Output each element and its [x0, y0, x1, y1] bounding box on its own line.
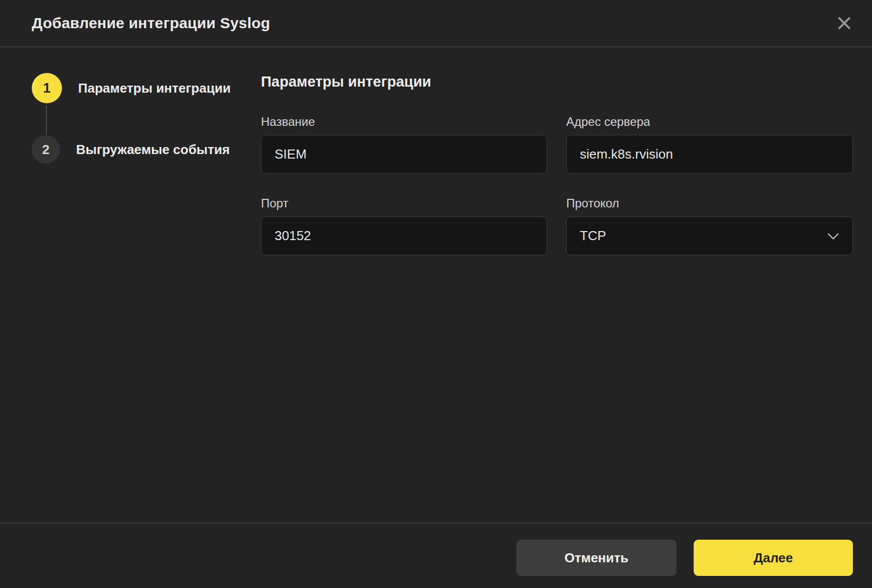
- footer-divider: [0, 523, 872, 524]
- protocol-select[interactable]: TCP: [566, 216, 853, 255]
- add-syslog-integration-dialog: Добавление интеграции Syslog 1 Параметры…: [0, 0, 872, 588]
- step-2-number-badge: 2: [32, 135, 60, 164]
- step-1-label: Параметры интеграции: [78, 81, 231, 96]
- server-address-input[interactable]: [566, 135, 853, 174]
- port-input[interactable]: [261, 216, 547, 255]
- cancel-button[interactable]: Отменить: [516, 540, 677, 576]
- protocol-selected-value: TCP: [580, 228, 606, 244]
- server-address-field-label: Адрес сервера: [566, 115, 853, 129]
- dialog-header: Добавление интеграции Syslog: [0, 0, 872, 47]
- step-1-number-badge: 1: [32, 73, 62, 103]
- field-name: Название: [261, 115, 547, 174]
- protocol-field-label: Протокол: [566, 196, 853, 210]
- next-button[interactable]: Далее: [694, 540, 853, 576]
- stepper-step-integration-params[interactable]: 1 Параметры интеграции: [32, 73, 231, 103]
- form-section-heading: Параметры интеграции: [261, 74, 431, 90]
- field-port: Порт: [261, 196, 547, 255]
- close-icon[interactable]: [835, 14, 853, 32]
- field-server-address: Адрес сервера: [566, 115, 853, 174]
- stepper-connector-line: [46, 105, 47, 134]
- name-input[interactable]: [261, 135, 547, 174]
- dialog-title: Добавление интеграции Syslog: [32, 15, 270, 32]
- port-field-label: Порт: [261, 196, 547, 210]
- name-field-label: Название: [261, 115, 547, 129]
- stepper-step-exported-events[interactable]: 2 Выгружаемые события: [32, 135, 230, 164]
- step-2-label: Выгружаемые события: [76, 142, 230, 158]
- field-protocol: Протокол TCP: [566, 196, 853, 255]
- chevron-down-icon: [828, 228, 839, 240]
